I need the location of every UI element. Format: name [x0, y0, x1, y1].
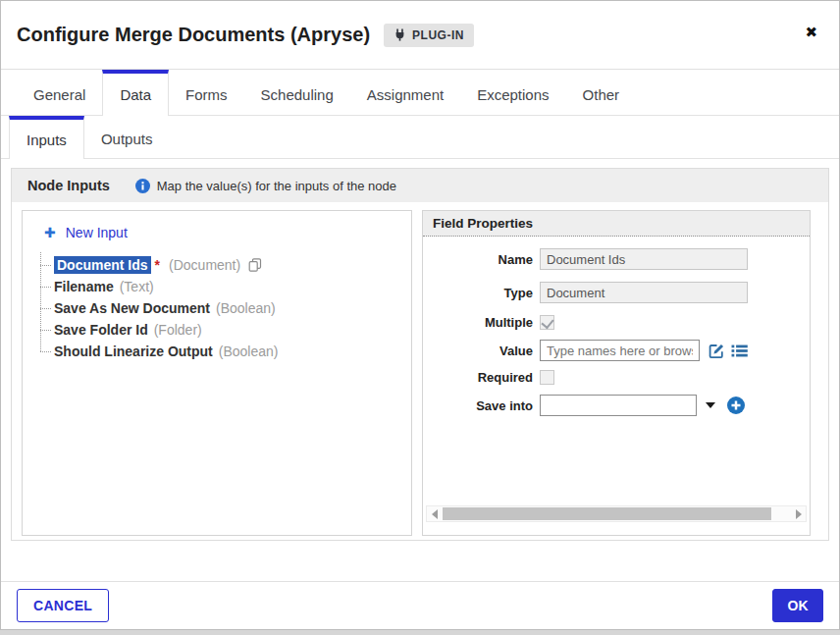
type-label: Type — [433, 286, 533, 300]
dialog-title: Configure Merge Documents (Apryse) — [17, 24, 370, 46]
tree-item-name: Filename — [54, 279, 114, 294]
new-input-label: New Input — [66, 225, 128, 240]
tab-data[interactable]: Data — [102, 70, 169, 116]
tab-scheduling[interactable]: Scheduling — [244, 70, 350, 115]
copy-icon[interactable] — [248, 258, 262, 272]
node-inputs-section: Node Inputs Map the value(s) for the inp… — [11, 168, 829, 541]
node-inputs-title: Node Inputs — [27, 178, 110, 193]
value-input[interactable] — [540, 340, 700, 361]
plugin-badge: PLUG-IN — [384, 24, 474, 47]
tree-item-type: (Document) — [169, 257, 240, 273]
sub-tab-bar: Inputs Outputs — [1, 116, 839, 159]
info-icon — [135, 179, 150, 193]
value-actions — [709, 343, 748, 359]
edit-expression-icon[interactable] — [709, 343, 725, 359]
tree-item-name: Save As New Document — [54, 300, 210, 316]
save-into-label: Save into — [433, 398, 533, 413]
multiple-row: Multiple — [433, 315, 800, 330]
tab-general[interactable]: General — [17, 70, 102, 115]
required-row: Required — [433, 370, 800, 385]
subtab-outputs[interactable]: Outputs — [84, 116, 170, 158]
tree-item-type: (Boolean) — [219, 344, 279, 359]
value-label: Value — [433, 344, 533, 358]
field-properties-panel: Field Properties Name Type Multiple — [422, 210, 811, 536]
tab-exceptions[interactable]: Exceptions — [460, 70, 565, 115]
tab-other[interactable]: Other — [566, 70, 637, 115]
multiple-checkbox — [540, 315, 554, 330]
required-checkbox[interactable] — [540, 370, 554, 385]
tree-item-filename[interactable]: Filename (Text) — [40, 276, 401, 297]
name-label: Name — [433, 252, 533, 267]
tree-item-type: (Folder) — [154, 322, 202, 338]
tab-forms[interactable]: Forms — [169, 70, 244, 115]
plugin-badge-label: PLUG-IN — [412, 28, 464, 42]
node-inputs-header: Node Inputs Map the value(s) for the inp… — [12, 169, 828, 202]
tree-item-should-linearize-output[interactable]: Should Linearize Output (Boolean) — [40, 341, 401, 362]
tree-item-type: (Text) — [120, 279, 154, 294]
name-field — [540, 248, 748, 270]
horizontal-scrollbar — [426, 505, 807, 522]
tree-item-save-as-new-document[interactable]: Save As New Document (Boolean) — [40, 297, 401, 319]
type-field — [540, 282, 748, 303]
main-tab-bar: General Data Forms Scheduling Assignment… — [1, 70, 839, 116]
save-into-input[interactable] — [540, 395, 697, 416]
multiple-label: Multiple — [433, 315, 533, 330]
plus-icon: ✚ — [44, 225, 56, 240]
new-input-button[interactable]: ✚ New Input — [32, 223, 401, 250]
scrollbar-track[interactable] — [442, 506, 791, 521]
node-inputs-body: ✚ New Input Document Ids * (Document) — [12, 202, 828, 540]
add-variable-icon[interactable] — [727, 397, 745, 414]
node-inputs-hint-text: Map the value(s) for the inputs of the n… — [157, 179, 396, 193]
dialog-header: Configure Merge Documents (Apryse) PLUG-… — [1, 1, 839, 70]
name-row: Name — [433, 248, 800, 270]
plug-icon — [394, 28, 406, 41]
scroll-left-icon[interactable] — [427, 506, 442, 521]
tree-item-name: Should Linearize Output — [54, 344, 213, 359]
field-properties-spacer — [423, 428, 810, 505]
save-into-dropdown-icon[interactable] — [706, 402, 715, 408]
required-label: Required — [433, 370, 533, 385]
dialog-footer: CANCEL OK — [1, 581, 839, 629]
value-row: Value — [433, 340, 800, 361]
tree-item-save-folder-id[interactable]: Save Folder Id (Folder) — [40, 319, 401, 341]
tab-assignment[interactable]: Assignment — [350, 70, 460, 115]
configure-node-dialog: Configure Merge Documents (Apryse) PLUG-… — [0, 0, 840, 630]
field-properties-form: Name Type Multiple Value — [423, 237, 810, 428]
tree-item-name: Save Folder Id — [54, 322, 148, 338]
ok-button[interactable]: OK — [772, 589, 823, 622]
type-row: Type — [433, 282, 800, 303]
scroll-right-icon[interactable] — [791, 506, 806, 521]
tree-item-document-ids[interactable]: Document Ids * (Document) — [40, 254, 401, 276]
node-inputs-hint: Map the value(s) for the inputs of the n… — [135, 179, 396, 193]
inputs-tree: Document Ids * (Document) Fil — [40, 254, 401, 362]
content-area: Node Inputs Map the value(s) for the inp… — [1, 159, 839, 541]
tree-item-name: Document Ids — [54, 256, 151, 274]
subtab-inputs[interactable]: Inputs — [9, 116, 84, 159]
required-asterisk: * — [155, 257, 160, 273]
close-icon[interactable]: ✖ — [805, 25, 817, 39]
browse-list-icon[interactable] — [731, 343, 748, 359]
inputs-tree-panel: ✚ New Input Document Ids * (Document) — [22, 210, 412, 536]
tree-item-type: (Boolean) — [216, 300, 276, 316]
field-properties-title: Field Properties — [423, 211, 810, 237]
scrollbar-thumb[interactable] — [443, 507, 771, 520]
save-into-row: Save into — [433, 395, 800, 416]
cancel-button[interactable]: CANCEL — [17, 589, 109, 622]
